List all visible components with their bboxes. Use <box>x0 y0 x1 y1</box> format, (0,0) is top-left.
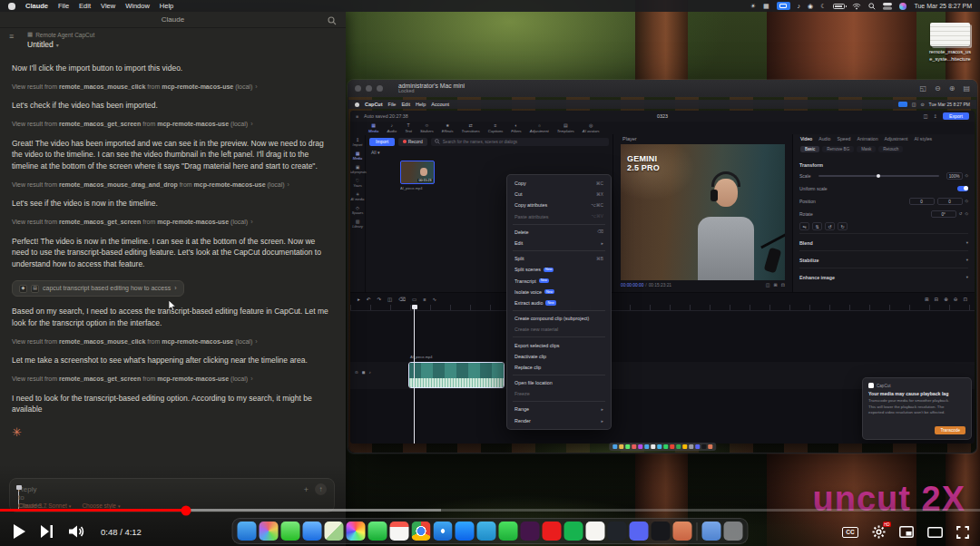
attach-icon[interactable]: + <box>304 485 309 494</box>
track-hide-icon[interactable]: ◼ <box>362 370 366 375</box>
zoom-in-timeline-icon[interactable]: ⊕ <box>944 297 948 302</box>
zoom-out-icon[interactable]: ⊖ <box>935 84 941 93</box>
menu-item-edit[interactable]: Edit <box>79 2 91 10</box>
zoom-in-icon[interactable]: ⊕ <box>949 84 956 93</box>
tab-audio[interactable]: ♪Audio <box>387 123 397 133</box>
subtab-retouch[interactable]: Retouch <box>878 146 903 152</box>
dock-icon-trash[interactable] <box>724 522 743 541</box>
search-icon[interactable] <box>328 16 337 25</box>
rail-yours[interactable]: ♡Yours <box>353 179 362 188</box>
tool-result-link[interactable]: View result from remote_macos_mouse_clic… <box>12 337 332 347</box>
export-button[interactable]: Export <box>943 112 969 120</box>
screen-sharing-indicator-icon[interactable] <box>898 102 907 107</box>
video-preview[interactable]: GEMINI 2.5 PRO <box>621 144 785 280</box>
remote-dock-icon[interactable] <box>644 444 649 449</box>
context-menu-item[interactable]: Deactivate clip <box>507 351 611 362</box>
preview-ratio-icon[interactable]: ⊞ <box>774 282 778 288</box>
tab-text[interactable]: TText <box>405 123 412 133</box>
camera-icon[interactable]: ◉ <box>808 3 813 10</box>
window-zoom-button[interactable] <box>377 85 383 92</box>
rail-subprojects[interactable]: ▣Subprojects <box>350 165 367 174</box>
dock-icon-telegram[interactable] <box>477 522 496 541</box>
displays-icon[interactable]: ▤ <box>963 84 970 93</box>
keyframe-icon[interactable]: ◇ <box>965 199 968 203</box>
rail-ai-media[interactable]: ✳AI media <box>351 192 365 201</box>
media-search-input[interactable]: Search for the names, scenes or dialogs <box>431 138 609 146</box>
redo-icon[interactable]: ↷ <box>377 297 381 302</box>
dock-icon-chrome[interactable] <box>412 522 431 541</box>
dock-icon-notion[interactable] <box>586 522 605 541</box>
remote-window-titlebar[interactable]: administrator's Mac mini Locked ◱ ⊖ ⊕ ▤ <box>348 80 977 97</box>
reset-icon[interactable]: ↺ <box>959 211 963 216</box>
delete-tool-icon[interactable]: ⌫ <box>398 297 406 302</box>
zoom-out-timeline-icon[interactable]: ⊖ <box>954 297 958 302</box>
scale-value[interactable]: 100% <box>946 172 963 180</box>
dock-icon-terminal[interactable] <box>652 522 671 541</box>
apple-menu-icon[interactable] <box>8 3 15 10</box>
mirror-tool-icon[interactable]: ▭ <box>412 297 416 302</box>
stabilize-section[interactable]: Stabilize <box>799 258 819 263</box>
remote-dock-icon[interactable] <box>632 444 636 449</box>
remote-search-icon[interactable]: ⊙ <box>920 102 924 107</box>
context-menu-item[interactable]: Isolate voiceNew <box>507 287 611 297</box>
remote-dock-icon[interactable] <box>612 444 617 449</box>
rotate-left-button[interactable]: ↺ <box>825 222 835 230</box>
rail-library[interactable]: ▥Library <box>352 219 363 229</box>
enhance-image-section[interactable]: Enhance image <box>799 275 835 280</box>
tool-result-link[interactable]: View result from remote_macos_get_screen… <box>12 375 332 385</box>
remote-menu-item[interactable]: Account <box>431 102 449 107</box>
tool-result-link[interactable]: View result from remote_macos_get_screen… <box>12 120 332 130</box>
preview-quality-icon[interactable]: ◫ <box>766 282 770 288</box>
dock-icon-youtube[interactable] <box>543 522 562 541</box>
snap-icon[interactable]: ⊞ <box>925 297 929 302</box>
style-selector[interactable]: Choose style▾ <box>82 502 120 509</box>
apple-menu-icon[interactable] <box>355 102 359 107</box>
blend-section[interactable]: Blend <box>799 240 813 246</box>
import-button[interactable]: Import <box>369 138 395 146</box>
menu-app-name[interactable]: Claude <box>25 2 48 10</box>
context-menu-item[interactable]: Copy⌘C <box>507 178 611 189</box>
tool-result-link[interactable]: View result from remote_macos_mouse_drag… <box>12 180 332 190</box>
rail-import[interactable]: ↥Import <box>353 138 363 147</box>
dock-icon-claude[interactable] <box>673 522 692 541</box>
remote-menu-app[interactable]: CapCut <box>365 102 383 107</box>
fullscreen-button[interactable] <box>956 526 969 539</box>
keyframe-icon[interactable]: ◇ <box>965 173 968 178</box>
remote-dock-icon[interactable] <box>619 444 623 449</box>
wifi-icon[interactable] <box>852 3 861 10</box>
playhead[interactable] <box>414 305 415 444</box>
window-minimize-button[interactable] <box>366 85 372 92</box>
subtab-basic[interactable]: Basic <box>800 146 819 152</box>
context-menu-item[interactable]: Copy attributes⌥⌘C <box>507 200 611 210</box>
tab-captions[interactable]: ≡Captions <box>488 123 504 133</box>
tab-ai-avatars[interactable]: ◎AI avatars <box>583 123 600 133</box>
focus-moon-icon[interactable]: ☾ <box>820 3 826 10</box>
remote-dock-icon[interactable] <box>676 444 681 449</box>
menu-item-view[interactable]: View <box>101 2 115 10</box>
waveform-tool-icon[interactable]: ∿ <box>432 297 436 302</box>
model-selector[interactable]: Claude 3.7 Sonnet▾ <box>18 502 71 509</box>
context-menu-item[interactable]: Delete⌫ <box>507 227 611 238</box>
context-menu-item[interactable]: Open file location <box>507 377 611 388</box>
menu-bar-clock[interactable]: Tue Mar 25 8:27 PM <box>914 3 972 9</box>
context-menu-item[interactable]: Render▸ <box>507 415 611 426</box>
play-button[interactable] <box>13 524 25 539</box>
remote-menu-item[interactable]: Help <box>416 102 426 107</box>
fit-timeline-icon[interactable]: ⊡ <box>963 297 967 302</box>
project-breadcrumb[interactable]: ▦Remote Agent CapCut <box>27 31 94 38</box>
uniform-scale-toggle[interactable] <box>957 186 968 191</box>
remote-menu-item[interactable]: File <box>388 102 397 107</box>
scale-slider[interactable] <box>818 175 939 177</box>
next-button[interactable] <box>41 525 54 538</box>
send-button[interactable]: ↑ <box>315 483 327 495</box>
window-close-button[interactable] <box>355 85 361 92</box>
dock-icon-photos[interactable] <box>347 522 366 541</box>
flip-vertical-button[interactable]: ⇅ <box>812 222 822 230</box>
inspector-tab-audio[interactable]: Audio <box>818 136 830 141</box>
dock-icon-spotify[interactable] <box>564 522 583 541</box>
undo-icon[interactable]: ↶ <box>367 297 371 302</box>
dock-icon-downloads[interactable] <box>702 522 721 541</box>
track-mute-icon[interactable]: ♪ <box>369 370 371 375</box>
tab-templates[interactable]: ▤Templates <box>557 123 574 133</box>
position-x-input[interactable]: 0 <box>909 198 935 205</box>
